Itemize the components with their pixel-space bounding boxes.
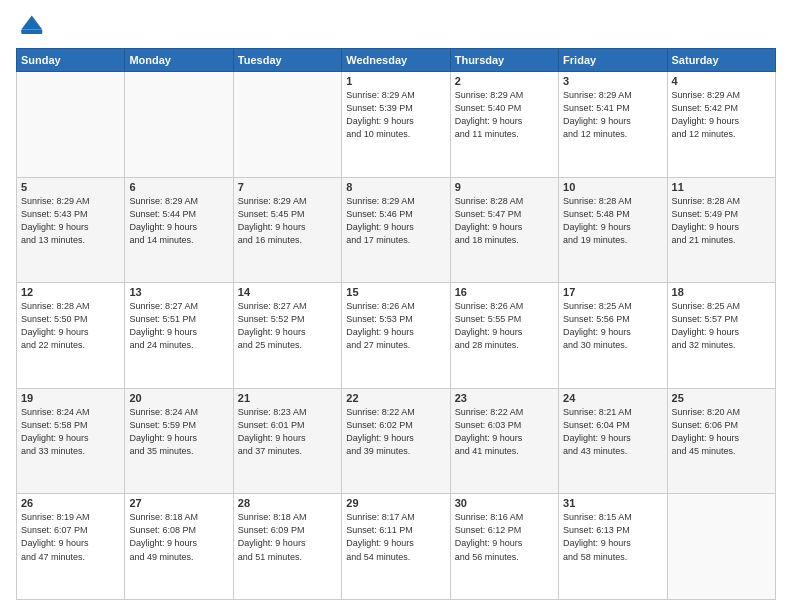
day-info: Sunrise: 8:28 AM Sunset: 5:48 PM Dayligh… (563, 195, 662, 247)
day-number: 1 (346, 75, 445, 87)
day-number: 4 (672, 75, 771, 87)
day-number: 6 (129, 181, 228, 193)
day-info: Sunrise: 8:19 AM Sunset: 6:07 PM Dayligh… (21, 511, 120, 563)
weekday-wednesday: Wednesday (342, 49, 450, 72)
calendar-cell: 20Sunrise: 8:24 AM Sunset: 5:59 PM Dayli… (125, 388, 233, 494)
calendar-cell: 26Sunrise: 8:19 AM Sunset: 6:07 PM Dayli… (17, 494, 125, 600)
calendar-cell: 18Sunrise: 8:25 AM Sunset: 5:57 PM Dayli… (667, 283, 775, 389)
day-info: Sunrise: 8:15 AM Sunset: 6:13 PM Dayligh… (563, 511, 662, 563)
day-number: 21 (238, 392, 337, 404)
weekday-saturday: Saturday (667, 49, 775, 72)
week-row-1: 1Sunrise: 8:29 AM Sunset: 5:39 PM Daylig… (17, 72, 776, 178)
calendar-cell: 14Sunrise: 8:27 AM Sunset: 5:52 PM Dayli… (233, 283, 341, 389)
day-info: Sunrise: 8:25 AM Sunset: 5:57 PM Dayligh… (672, 300, 771, 352)
calendar-cell: 21Sunrise: 8:23 AM Sunset: 6:01 PM Dayli… (233, 388, 341, 494)
calendar-cell: 30Sunrise: 8:16 AM Sunset: 6:12 PM Dayli… (450, 494, 558, 600)
calendar-cell: 16Sunrise: 8:26 AM Sunset: 5:55 PM Dayli… (450, 283, 558, 389)
day-info: Sunrise: 8:27 AM Sunset: 5:51 PM Dayligh… (129, 300, 228, 352)
page: SundayMondayTuesdayWednesdayThursdayFrid… (0, 0, 792, 612)
day-number: 17 (563, 286, 662, 298)
calendar-cell: 10Sunrise: 8:28 AM Sunset: 5:48 PM Dayli… (559, 177, 667, 283)
day-number: 26 (21, 497, 120, 509)
day-info: Sunrise: 8:29 AM Sunset: 5:43 PM Dayligh… (21, 195, 120, 247)
calendar-table: SundayMondayTuesdayWednesdayThursdayFrid… (16, 48, 776, 600)
calendar-cell: 22Sunrise: 8:22 AM Sunset: 6:02 PM Dayli… (342, 388, 450, 494)
day-number: 8 (346, 181, 445, 193)
weekday-friday: Friday (559, 49, 667, 72)
day-info: Sunrise: 8:21 AM Sunset: 6:04 PM Dayligh… (563, 406, 662, 458)
week-row-3: 12Sunrise: 8:28 AM Sunset: 5:50 PM Dayli… (17, 283, 776, 389)
day-info: Sunrise: 8:16 AM Sunset: 6:12 PM Dayligh… (455, 511, 554, 563)
calendar-cell: 2Sunrise: 8:29 AM Sunset: 5:40 PM Daylig… (450, 72, 558, 178)
calendar-cell: 1Sunrise: 8:29 AM Sunset: 5:39 PM Daylig… (342, 72, 450, 178)
day-info: Sunrise: 8:23 AM Sunset: 6:01 PM Dayligh… (238, 406, 337, 458)
day-number: 27 (129, 497, 228, 509)
day-number: 5 (21, 181, 120, 193)
week-row-5: 26Sunrise: 8:19 AM Sunset: 6:07 PM Dayli… (17, 494, 776, 600)
day-info: Sunrise: 8:24 AM Sunset: 5:59 PM Dayligh… (129, 406, 228, 458)
calendar-cell: 9Sunrise: 8:28 AM Sunset: 5:47 PM Daylig… (450, 177, 558, 283)
calendar-cell: 4Sunrise: 8:29 AM Sunset: 5:42 PM Daylig… (667, 72, 775, 178)
day-number: 15 (346, 286, 445, 298)
day-info: Sunrise: 8:18 AM Sunset: 6:08 PM Dayligh… (129, 511, 228, 563)
day-number: 30 (455, 497, 554, 509)
day-info: Sunrise: 8:25 AM Sunset: 5:56 PM Dayligh… (563, 300, 662, 352)
calendar-cell: 15Sunrise: 8:26 AM Sunset: 5:53 PM Dayli… (342, 283, 450, 389)
day-info: Sunrise: 8:29 AM Sunset: 5:44 PM Dayligh… (129, 195, 228, 247)
day-info: Sunrise: 8:26 AM Sunset: 5:53 PM Dayligh… (346, 300, 445, 352)
calendar-cell (667, 494, 775, 600)
day-info: Sunrise: 8:28 AM Sunset: 5:50 PM Dayligh… (21, 300, 120, 352)
day-info: Sunrise: 8:29 AM Sunset: 5:39 PM Dayligh… (346, 89, 445, 141)
calendar-cell: 25Sunrise: 8:20 AM Sunset: 6:06 PM Dayli… (667, 388, 775, 494)
calendar-cell: 11Sunrise: 8:28 AM Sunset: 5:49 PM Dayli… (667, 177, 775, 283)
weekday-sunday: Sunday (17, 49, 125, 72)
day-info: Sunrise: 8:29 AM Sunset: 5:41 PM Dayligh… (563, 89, 662, 141)
day-info: Sunrise: 8:17 AM Sunset: 6:11 PM Dayligh… (346, 511, 445, 563)
weekday-header-row: SundayMondayTuesdayWednesdayThursdayFrid… (17, 49, 776, 72)
calendar-cell: 12Sunrise: 8:28 AM Sunset: 5:50 PM Dayli… (17, 283, 125, 389)
svg-marker-0 (21, 16, 42, 30)
weekday-thursday: Thursday (450, 49, 558, 72)
calendar-cell: 6Sunrise: 8:29 AM Sunset: 5:44 PM Daylig… (125, 177, 233, 283)
weekday-tuesday: Tuesday (233, 49, 341, 72)
week-row-2: 5Sunrise: 8:29 AM Sunset: 5:43 PM Daylig… (17, 177, 776, 283)
day-number: 18 (672, 286, 771, 298)
calendar-cell: 28Sunrise: 8:18 AM Sunset: 6:09 PM Dayli… (233, 494, 341, 600)
day-info: Sunrise: 8:18 AM Sunset: 6:09 PM Dayligh… (238, 511, 337, 563)
day-info: Sunrise: 8:22 AM Sunset: 6:02 PM Dayligh… (346, 406, 445, 458)
calendar-cell: 3Sunrise: 8:29 AM Sunset: 5:41 PM Daylig… (559, 72, 667, 178)
day-number: 28 (238, 497, 337, 509)
svg-rect-1 (21, 30, 42, 34)
day-number: 13 (129, 286, 228, 298)
calendar-cell: 29Sunrise: 8:17 AM Sunset: 6:11 PM Dayli… (342, 494, 450, 600)
day-number: 10 (563, 181, 662, 193)
calendar-cell: 19Sunrise: 8:24 AM Sunset: 5:58 PM Dayli… (17, 388, 125, 494)
day-info: Sunrise: 8:29 AM Sunset: 5:40 PM Dayligh… (455, 89, 554, 141)
calendar-cell: 24Sunrise: 8:21 AM Sunset: 6:04 PM Dayli… (559, 388, 667, 494)
day-number: 14 (238, 286, 337, 298)
day-number: 16 (455, 286, 554, 298)
day-number: 2 (455, 75, 554, 87)
day-number: 24 (563, 392, 662, 404)
calendar-cell: 17Sunrise: 8:25 AM Sunset: 5:56 PM Dayli… (559, 283, 667, 389)
calendar-cell (17, 72, 125, 178)
logo-icon (16, 12, 44, 40)
weekday-monday: Monday (125, 49, 233, 72)
calendar-cell (125, 72, 233, 178)
calendar-cell (233, 72, 341, 178)
day-number: 25 (672, 392, 771, 404)
day-number: 12 (21, 286, 120, 298)
calendar-cell: 13Sunrise: 8:27 AM Sunset: 5:51 PM Dayli… (125, 283, 233, 389)
calendar-cell: 27Sunrise: 8:18 AM Sunset: 6:08 PM Dayli… (125, 494, 233, 600)
calendar-cell: 7Sunrise: 8:29 AM Sunset: 5:45 PM Daylig… (233, 177, 341, 283)
logo (16, 12, 48, 40)
day-info: Sunrise: 8:20 AM Sunset: 6:06 PM Dayligh… (672, 406, 771, 458)
day-number: 23 (455, 392, 554, 404)
day-number: 31 (563, 497, 662, 509)
day-info: Sunrise: 8:27 AM Sunset: 5:52 PM Dayligh… (238, 300, 337, 352)
day-info: Sunrise: 8:24 AM Sunset: 5:58 PM Dayligh… (21, 406, 120, 458)
day-info: Sunrise: 8:28 AM Sunset: 5:47 PM Dayligh… (455, 195, 554, 247)
day-info: Sunrise: 8:28 AM Sunset: 5:49 PM Dayligh… (672, 195, 771, 247)
calendar-cell: 8Sunrise: 8:29 AM Sunset: 5:46 PM Daylig… (342, 177, 450, 283)
day-number: 7 (238, 181, 337, 193)
